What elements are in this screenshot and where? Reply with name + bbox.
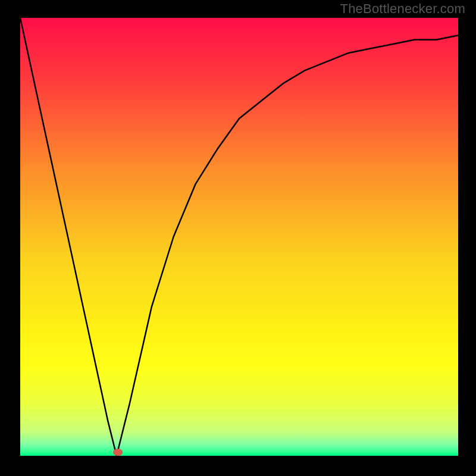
gradient-background xyxy=(20,18,458,456)
watermark-text: TheBottlenecker.com xyxy=(340,1,465,17)
chart-svg xyxy=(20,18,458,456)
optimum-marker xyxy=(113,449,123,456)
plot-area xyxy=(20,18,458,456)
chart-frame: TheBottlenecker.com xyxy=(0,0,476,476)
